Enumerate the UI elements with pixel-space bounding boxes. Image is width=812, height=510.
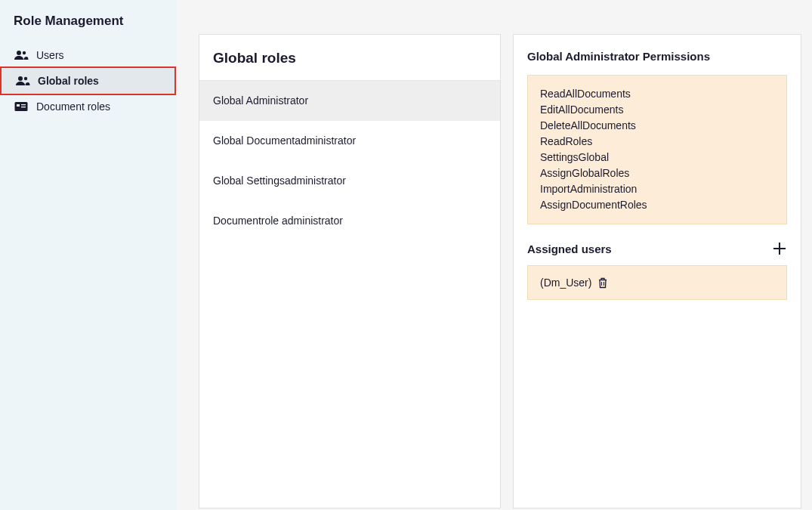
svg-point-3: [24, 77, 27, 80]
sidebar-item-global-roles[interactable]: Global roles: [0, 66, 176, 95]
svg-point-0: [17, 51, 21, 55]
id-card-icon: [14, 100, 29, 113]
permission-item: SettingsGlobal: [540, 150, 774, 165]
role-item-label: Global Administrator: [213, 94, 308, 107]
svg-point-2: [18, 76, 23, 81]
svg-point-1: [23, 51, 26, 54]
permission-item: DeleteAllDocuments: [540, 118, 774, 134]
sidebar: Role Management Users Global roles: [0, 0, 176, 510]
sidebar-item-label: Global roles: [38, 75, 99, 87]
role-item-global-documentadministrator[interactable]: Global Documentadministrator: [199, 121, 500, 161]
svg-rect-6: [21, 104, 26, 105]
permissions-box: ReadAllDocuments EditAllDocuments Delete…: [527, 75, 787, 224]
permission-item: AssignDocumentRoles: [540, 197, 774, 213]
global-roles-panel: Global roles Global Administrator Global…: [199, 34, 501, 508]
role-item-label: Global Settingsadministrator: [213, 175, 346, 187]
role-item-label: Global Documentadministrator: [213, 134, 356, 147]
users-icon: [15, 75, 30, 87]
assigned-user-row: (Dm_User): [527, 265, 787, 300]
remove-user-button[interactable]: [597, 277, 608, 289]
role-item-label: Documentrole administrator: [213, 215, 343, 227]
assigned-user-name: (Dm_User): [540, 277, 591, 289]
plus-icon: [772, 241, 787, 256]
add-user-button[interactable]: [772, 241, 787, 256]
roles-panel-title: Global roles: [199, 35, 500, 81]
assigned-users-title: Assigned users: [527, 243, 612, 255]
role-item-documentrole-administrator[interactable]: Documentrole administrator: [199, 201, 500, 241]
role-item-global-settingsadministrator[interactable]: Global Settingsadministrator: [199, 161, 500, 201]
sidebar-item-document-roles[interactable]: Document roles: [0, 94, 176, 119]
sidebar-item-users[interactable]: Users: [0, 42, 176, 68]
permission-item: EditAllDocuments: [540, 102, 774, 118]
sidebar-item-label: Document roles: [36, 100, 110, 113]
assigned-users-header: Assigned users: [527, 241, 787, 256]
permission-item: ReadAllDocuments: [540, 86, 774, 102]
main-content: Global roles Global Administrator Global…: [176, 0, 812, 510]
svg-rect-5: [17, 104, 20, 107]
users-icon: [14, 49, 29, 61]
svg-rect-7: [21, 107, 26, 107]
permission-item: ImportAdministration: [540, 181, 774, 197]
permission-item: ReadRoles: [540, 134, 774, 150]
permissions-title: Global Administrator Permissions: [527, 50, 787, 63]
role-item-global-administrator[interactable]: Global Administrator: [199, 81, 500, 121]
details-panel: Global Administrator Permissions ReadAll…: [513, 34, 801, 508]
sidebar-title: Role Management: [0, 14, 176, 42]
trash-icon: [597, 277, 608, 289]
sidebar-item-label: Users: [36, 49, 64, 61]
permission-item: AssignGlobalRoles: [540, 165, 774, 181]
